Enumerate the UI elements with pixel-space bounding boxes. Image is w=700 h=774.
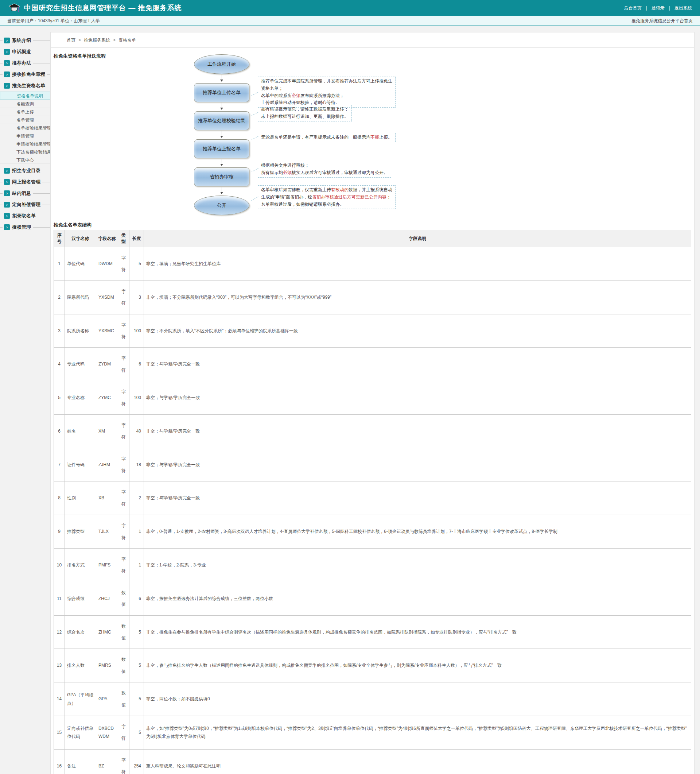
table-cell: 院系所代码 xyxy=(65,281,96,314)
table-cell: 字符 xyxy=(118,481,129,515)
divider xyxy=(0,52,3,52)
flow-shape-0: 工作流程开始 xyxy=(194,55,249,74)
table-row: 1单位代码DWDM字符5非空，填满；见当年研究生招生单位库 xyxy=(54,247,691,281)
header-link-1[interactable]: 通讯录 xyxy=(642,5,665,11)
table-cell: 数值 xyxy=(118,615,129,649)
table-cell: 字符 xyxy=(118,281,129,314)
warning-text: 必须 xyxy=(283,170,292,175)
main-area: ›系统介绍›申诉渠道›推荐办法›接收推免生章程›推免生资格名单资格名单说明名额查… xyxy=(0,26,700,774)
table-cell: 非空；与学籍/学历完全一致 xyxy=(144,481,691,515)
table-cell: 字符 xyxy=(118,247,129,281)
warning-text: 省招办审核通过后方可更新已公开内容 xyxy=(312,194,386,200)
sidebar-subitem-4-3[interactable]: 名单管理 xyxy=(0,116,50,124)
flowchart: 工作流程开始推荐单位上传名单推荐单位完成本年度院系所管理，并发布推荐办法后方可上… xyxy=(54,55,691,222)
table-cell: 5 xyxy=(129,716,144,749)
header-link-2[interactable]: 退出系统 xyxy=(665,5,692,11)
breadcrumb-item-1[interactable]: 推免服务系统 xyxy=(76,38,110,43)
sidebar-item-10[interactable]: ›授权管理 xyxy=(0,223,50,232)
table-cell: ZYDM xyxy=(96,347,118,381)
warning-text: 有改动的 xyxy=(331,187,348,192)
sidebar-subitem-4-2[interactable]: 名单上传 xyxy=(0,108,50,116)
table-cell: 推荐类型 xyxy=(65,515,96,549)
column-header-4: 长度 xyxy=(129,230,144,247)
table-cell: 6 xyxy=(129,582,144,615)
table-cell: 非空，填满；不分院系所则代码录入“000”，可以为大写字母和数字组合，不可以为“… xyxy=(144,281,691,314)
sidebar-subitem-4-6[interactable]: 申请校验结果管理 xyxy=(0,140,50,148)
column-header-3: 类型 xyxy=(118,230,129,247)
table-cell: 排名方式 xyxy=(65,549,96,582)
sidebar-item-2[interactable]: ›推荐办法 xyxy=(0,59,50,68)
sidebar-subitem-4-0[interactable]: 资格名单说明 xyxy=(0,91,50,99)
sidebar-item-5[interactable]: ›招生专业目录 xyxy=(0,166,50,175)
chevron-right-icon: › xyxy=(4,190,10,196)
table-cell: ZHMC xyxy=(96,615,118,649)
table-cell: 备注 xyxy=(65,749,96,774)
table-cell: 非空，按推免生遴选办法计算后的综合成绩，三位整数，两位小数 xyxy=(144,582,691,615)
current-user-info: 当前登录用户：10433yz01 单位：山东理工大学 xyxy=(7,18,100,24)
table-cell: 5 xyxy=(129,649,144,683)
chevron-right-icon: › xyxy=(4,224,10,230)
chevron-right-icon: › xyxy=(4,179,10,185)
table-cell: XB xyxy=(96,481,118,515)
portal-home-link[interactable]: 推免服务系统信息公开平台首页 xyxy=(631,18,693,24)
breadcrumb-item-0[interactable]: 首页 xyxy=(67,38,76,43)
annotation-text: 如有错误提示信息，请修正数据后重新上传； 未上报的数据可进行追加、更新、删除操作… xyxy=(261,106,348,119)
flow-annotation-5: 名单审核后如需修改，仅需重新上传有改动的数据，并上报系统自动 生成的“申请”至省… xyxy=(258,185,396,209)
sidebar-item-label: 招生专业目录 xyxy=(12,167,40,174)
sidebar-item-label: 网上报名管理 xyxy=(12,179,40,185)
table-cell: DWDM xyxy=(96,247,118,281)
sidebar-subitem-4-8[interactable]: 下载中心 xyxy=(0,156,50,164)
sidebar-item-3[interactable]: ›接收推免生章程 xyxy=(0,70,50,79)
sidebar-item-label: 推荐办法 xyxy=(12,60,31,66)
sidebar-nav: ›系统介绍›申诉渠道›推荐办法›接收推免生章程›推免生资格名单资格名单说明名额查… xyxy=(0,32,50,232)
sidebar-item-label: 拟录取名单 xyxy=(12,213,36,219)
sidebar-item-9[interactable]: ›拟录取名单 xyxy=(0,212,50,220)
sidebar-subitem-4-7[interactable]: 下达名额校验结果 xyxy=(0,148,50,156)
sidebar-item-label: 接收推免生章程 xyxy=(12,71,45,78)
table-wrapper: 序号汉字名称字段名称类型长度字段说明 1单位代码DWDM字符5非空，填满；见当年… xyxy=(54,228,691,774)
chevron-right-icon: › xyxy=(4,60,10,66)
table-cell: 字符 xyxy=(118,448,129,481)
table-body: 1单位代码DWDM字符5非空，填满；见当年研究生招生单位库2院系所代码YXSDM… xyxy=(54,247,691,774)
table-cell: ZJHM xyxy=(96,448,118,481)
chevron-right-icon: › xyxy=(4,49,10,55)
table-header-row: 序号汉字名称字段名称类型长度字段说明 xyxy=(54,230,691,247)
table-cell: 字符 xyxy=(118,381,129,415)
divider xyxy=(0,40,3,41)
divider xyxy=(42,171,50,171)
flow-shape-2: 推荐单位处理校验结果 xyxy=(194,111,249,130)
table-cell: 2 xyxy=(54,281,65,314)
table-row: 10排名方式PMFS字符1非空；1-学校，2-院系，3-专业 xyxy=(54,549,691,582)
sidebar-subitem-4-1[interactable]: 名额查询 xyxy=(0,99,50,108)
table-row: 3院系所名称YXSMC字符100非空；不分院系所，填入“不区分院系所”；必须与单… xyxy=(54,314,691,347)
table-cell: XM xyxy=(96,414,118,448)
flow-step-2: 推荐单位处理校验结果如有错误提示信息，请修正数据后重新上传； 未上报的数据可进行… xyxy=(194,111,249,130)
flow-annotation-2: 如有错误提示信息，请修正数据后重新上传； 未上报的数据可进行追加、更新、删除操作… xyxy=(258,105,352,121)
flow-step-1: 推荐单位上传名单推荐单位完成本年度院系所管理，并发布推荐办法后方可上传推免生 资… xyxy=(194,83,249,102)
flow-shape-1: 推荐单位上传名单 xyxy=(194,83,249,102)
table-cell: 院系所名称 xyxy=(65,314,96,347)
header-link-0[interactable]: 后台首页 xyxy=(624,5,642,11)
table-cell: 非空；如“推荐类型”为0或7则填0；“推荐类型”为1或8则填本校单位代码；“推荐… xyxy=(144,716,691,749)
sidebar-subitem-4-4[interactable]: 名单校验结果管理 xyxy=(0,124,50,132)
divider xyxy=(38,216,50,216)
table-row: 7证件号码ZJHM字符18非空；与学籍/学历完全一致 xyxy=(54,448,691,481)
sidebar-item-8[interactable]: ›定向补偿管理 xyxy=(0,200,50,209)
table-cell: 11 xyxy=(54,582,65,615)
table-cell: 数值 xyxy=(118,582,129,615)
sidebar-item-6[interactable]: ›网上报名管理 xyxy=(0,178,50,186)
column-header-5: 字段说明 xyxy=(144,230,691,247)
sidebar-item-4[interactable]: ›推免生资格名单 xyxy=(0,81,50,90)
sidebar-item-0[interactable]: ›系统介绍 xyxy=(0,36,50,45)
sidebar-item-1[interactable]: ›申诉渠道 xyxy=(0,48,50,56)
sidebar-subitem-4-5[interactable]: 申请管理 xyxy=(0,132,50,140)
chevron-right-icon: › xyxy=(4,38,10,43)
table-cell: 字符 xyxy=(118,515,129,549)
annotation-text: 名单审核后如需修改，仅需重新上传 xyxy=(261,187,331,192)
chevron-right-icon: › xyxy=(4,213,10,219)
table-cell: 非空；不分院系所，填入“不区分院系所”；必须与单位维护的院系所基础库一致 xyxy=(144,314,691,347)
sidebar-item-7[interactable]: ›站内消息 xyxy=(0,189,50,198)
sidebar-submenu: 资格名单说明名额查询名单上传名单管理名单校验结果管理申请管理申请校验结果管理下达… xyxy=(0,91,50,164)
app-header: 中国研究生招生信息网管理平台 — 推免服务系统 后台首页通讯录退出系统 xyxy=(0,0,700,16)
table-cell: 5 xyxy=(54,381,65,415)
